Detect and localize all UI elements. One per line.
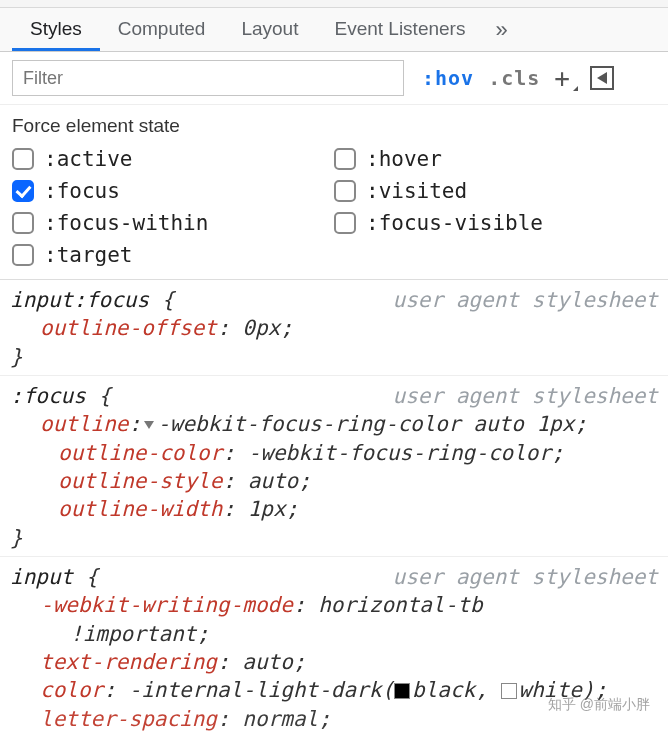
tab-strip: Styles Computed Layout Event Listeners » [0,8,668,52]
checkbox-active[interactable] [12,148,34,170]
checkbox-hover[interactable] [334,148,356,170]
css-declaration[interactable]: -webkit-writing-mode: horizontal-tb!impo… [10,591,658,648]
checkbox-focus-within[interactable] [12,212,34,234]
css-rule: :focus {user agent stylesheetoutline:-we… [0,376,668,557]
checkbox-focus-visible[interactable] [334,212,356,234]
cls-button[interactable]: .cls [488,66,540,90]
state-hover[interactable]: :hover [334,147,656,171]
rule-source: user agent stylesheet [392,563,658,591]
color-swatch-icon[interactable] [394,683,410,699]
rule-source: user agent stylesheet [392,286,658,314]
tab-layout[interactable]: Layout [223,9,316,51]
state-visited[interactable]: :visited [334,179,656,203]
css-sub-declaration[interactable]: outline-color: -webkit-focus-ring-color; [10,439,658,467]
state-label: :focus-visible [366,211,543,235]
state-target[interactable]: :target [12,243,334,267]
state-label: :active [44,147,133,171]
rule-close-brace: } [10,524,658,552]
hov-button[interactable]: :hov [422,66,474,90]
css-declaration[interactable]: text-rendering: auto; [10,648,658,676]
state-label: :visited [366,179,467,203]
state-label: :target [44,243,133,267]
css-rule: input:focus {user agent stylesheetoutlin… [0,280,668,376]
expand-icon[interactable] [144,421,154,429]
css-declaration[interactable]: letter-spacing: normal; [10,705,658,732]
tab-event-listeners[interactable]: Event Listeners [316,9,483,51]
rule-selector[interactable]: input:focus { [10,286,174,314]
tab-styles[interactable]: Styles [12,9,100,51]
css-sub-declaration[interactable]: outline-style: auto; [10,467,658,495]
new-rule-button[interactable]: + [554,63,576,93]
css-declaration[interactable]: color: -internal-light-dark(black, white… [10,676,658,704]
state-label: :focus-within [44,211,208,235]
tabs-overflow-icon[interactable]: » [483,17,519,43]
tab-computed[interactable]: Computed [100,9,224,51]
force-element-state-title: Force element state [12,115,656,137]
rule-selector[interactable]: :focus { [10,382,111,410]
checkbox-target[interactable] [12,244,34,266]
state-focus[interactable]: :focus [12,179,334,203]
element-focus-icon[interactable] [590,66,614,90]
rule-close-brace: } [10,343,658,371]
state-focus-visible[interactable]: :focus-visible [334,211,656,235]
force-element-state-section: Force element state :active:hover:focus:… [0,105,668,280]
css-declaration[interactable]: outline:-webkit-focus-ring-color auto 1p… [10,410,658,438]
rule-selector[interactable]: input { [10,563,99,591]
color-swatch-icon[interactable] [501,683,517,699]
state-label: :focus [44,179,120,203]
rule-source: user agent stylesheet [392,382,658,410]
checkbox-focus[interactable] [12,180,34,202]
state-active[interactable]: :active [12,147,334,171]
css-sub-declaration[interactable]: outline-width: 1px; [10,495,658,523]
checkbox-visited[interactable] [334,180,356,202]
state-label: :hover [366,147,442,171]
css-declaration[interactable]: outline-offset: 0px; [10,314,658,342]
state-focus-within[interactable]: :focus-within [12,211,334,235]
styles-toolbar: :hov .cls + [0,52,668,105]
css-rule: input {user agent stylesheet-webkit-writ… [0,557,668,732]
filter-input[interactable] [12,60,404,96]
